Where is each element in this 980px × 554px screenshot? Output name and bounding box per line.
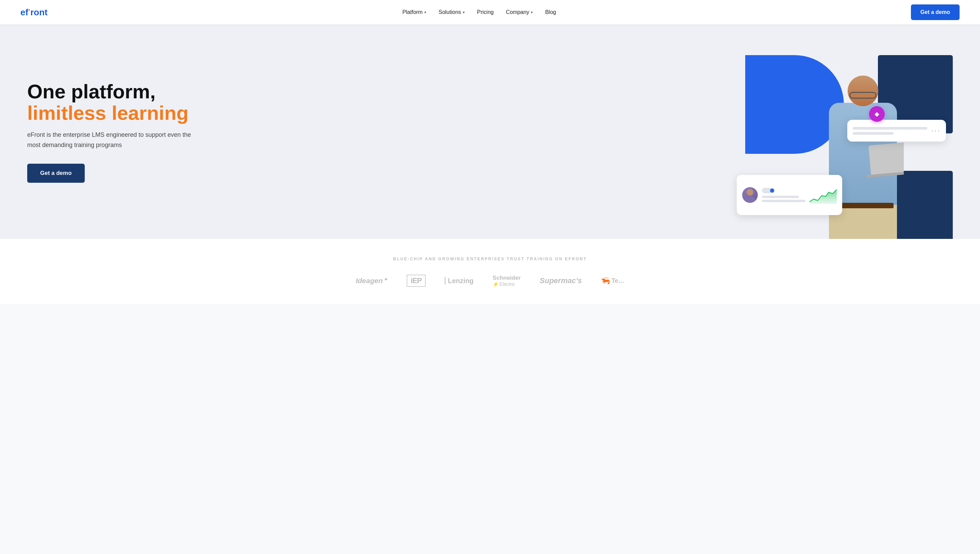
hero-headline-line1: One platform, bbox=[27, 81, 194, 102]
nav-links: Platform ▾ Solutions ▾ Pricing Company ▾… bbox=[402, 9, 556, 15]
nav-label-solutions: Solutions bbox=[439, 9, 461, 15]
hero-description: eFront is the enterprise LMS engineered … bbox=[27, 130, 194, 150]
ideagen-star-icon: ✦ bbox=[383, 277, 388, 282]
logo-lenzing: Lenzing bbox=[445, 277, 474, 285]
nav-item-blog[interactable]: Blog bbox=[545, 9, 556, 15]
nav-item-pricing[interactable]: Pricing bbox=[477, 9, 494, 15]
diamond-icon: ◆ bbox=[875, 110, 879, 118]
hero-headline: One platform, limitless learning bbox=[27, 81, 194, 124]
lenzing-bar bbox=[445, 277, 445, 285]
hero-headline-line2: limitless learning bbox=[27, 102, 194, 124]
nav-item-company[interactable]: Company ▾ bbox=[506, 9, 533, 15]
nav-link-blog[interactable]: Blog bbox=[545, 9, 556, 15]
hero-text: One platform, limitless learning eFront … bbox=[27, 81, 194, 207]
mini-chart bbox=[810, 186, 837, 204]
nav-label-pricing: Pricing bbox=[477, 9, 494, 15]
nav-label-platform: Platform bbox=[402, 9, 423, 15]
ui-card-top: ··· bbox=[847, 120, 946, 142]
logo-ideagen: Ideagen✦ bbox=[356, 277, 387, 285]
logo[interactable]: ef●ront bbox=[21, 7, 48, 18]
nav-link-platform[interactable]: Platform ▾ bbox=[402, 9, 426, 15]
avatar bbox=[742, 187, 758, 203]
logo-supermacs: Supermac's bbox=[540, 276, 582, 285]
card-bar-short bbox=[853, 132, 894, 135]
hero-section: One platform, limitless learning eFront … bbox=[0, 24, 980, 239]
schneider-bolt-icon: ⚡ bbox=[493, 282, 498, 288]
logos-row: Ideagen✦ iEP Lenzing Schneider ⚡Electric… bbox=[27, 274, 953, 288]
trust-label: BLUE-CHIP AND GROWING ENTERPRISES TRUST … bbox=[27, 256, 953, 261]
card-bars bbox=[853, 127, 927, 135]
card-bar-med bbox=[762, 196, 799, 198]
ui-card-bottom bbox=[737, 175, 842, 215]
hero-cta-button[interactable]: Get a demo bbox=[27, 164, 85, 183]
nav-cta-button[interactable]: Get a demo bbox=[911, 5, 959, 20]
hero-visual: ◆ ··· bbox=[735, 48, 953, 239]
card-dots: ··· bbox=[931, 126, 940, 135]
chevron-down-icon: ▾ bbox=[424, 10, 426, 14]
logo-ront-text: ront bbox=[30, 7, 48, 18]
logo-ef-text: ef bbox=[21, 7, 28, 18]
nav-link-company[interactable]: Company ▾ bbox=[506, 9, 533, 15]
card-bar-long bbox=[853, 127, 927, 130]
card-bar-long2 bbox=[762, 200, 805, 202]
navigation: ef●ront Platform ▾ Solutions ▾ Pricing C… bbox=[0, 0, 980, 24]
chevron-down-icon: ▾ bbox=[463, 10, 465, 14]
logo-schneider: Schneider ⚡Electric bbox=[493, 274, 520, 288]
card-text-content bbox=[762, 188, 805, 202]
nav-label-company: Company bbox=[506, 9, 529, 15]
logo-tesco: 🦐 Te… bbox=[601, 276, 624, 285]
nav-label-blog: Blog bbox=[545, 9, 556, 15]
nav-link-solutions[interactable]: Solutions ▾ bbox=[439, 9, 465, 15]
trust-section: BLUE-CHIP AND GROWING ENTERPRISES TRUST … bbox=[0, 239, 980, 304]
diamond-badge: ◆ bbox=[869, 106, 885, 122]
nav-item-solutions[interactable]: Solutions ▾ bbox=[439, 9, 465, 15]
tesco-icon: 🦐 bbox=[601, 276, 610, 285]
toggle-track bbox=[762, 188, 775, 193]
nav-item-platform[interactable]: Platform ▾ bbox=[402, 9, 426, 15]
chevron-down-icon: ▾ bbox=[531, 10, 533, 14]
nav-link-pricing[interactable]: Pricing bbox=[477, 9, 494, 15]
logo-dot: ● bbox=[28, 8, 30, 11]
logo-iep: iEP bbox=[407, 275, 426, 287]
